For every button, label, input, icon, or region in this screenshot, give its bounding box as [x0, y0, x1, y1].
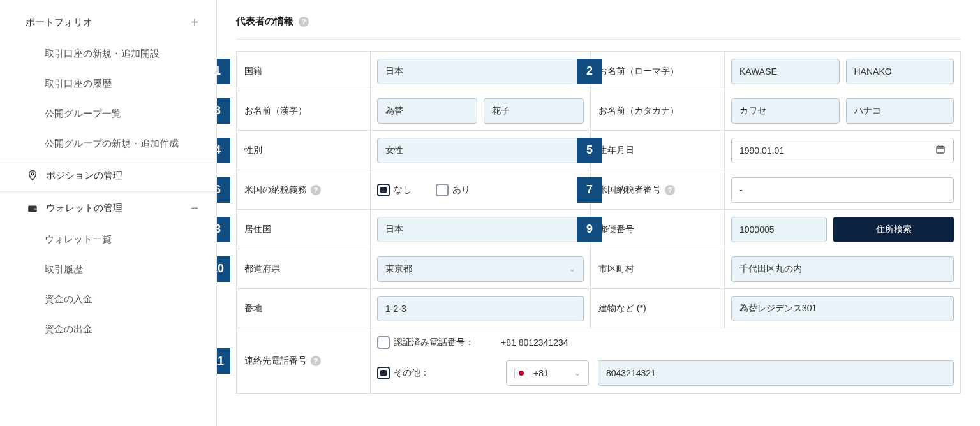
building-input[interactable]	[731, 296, 954, 321]
input-building-wrap	[725, 289, 960, 328]
sidebar-public-groups[interactable]: 公開グループ一覧	[0, 99, 216, 129]
row-gender-birth: 4 性別 女性 5 生年月日 1990.01.01	[237, 130, 960, 170]
row-street-building: 番地 建物など (*)	[237, 288, 960, 328]
postal-input[interactable]	[731, 217, 827, 242]
step-badge-9: 9	[577, 217, 602, 242]
row-pref-city: 10 都道府県 東京都 ⌄ 市区町村	[237, 249, 960, 288]
step-badge-5: 5	[577, 138, 602, 163]
sidebar-deposit[interactable]: 資金の入金	[0, 284, 216, 314]
label-nationality: 1 国籍	[237, 52, 371, 91]
main-content: 代表者の情報 ? 1 国籍 2 お名前（ローマ字） 3	[217, 0, 980, 426]
label-text: 国籍	[244, 66, 262, 77]
row-residence-postal: 8 居住国 9 郵便番号 住所検索	[237, 209, 960, 249]
sidebar-item-label: 公開グループ一覧	[45, 108, 121, 120]
address-search-button[interactable]: 住所検索	[833, 217, 954, 242]
phone-block: 認証済み電話番号： +81 8012341234 その他： +81 ⌄	[371, 328, 960, 393]
checkbox-empty-icon[interactable]	[377, 336, 390, 349]
help-icon[interactable]: ?	[665, 185, 675, 195]
phone-country-select[interactable]: +81 ⌄	[506, 360, 589, 386]
step-badge-2: 2	[577, 59, 602, 84]
sidebar-tx-history[interactable]: 取引履歴	[0, 254, 216, 284]
city-input[interactable]	[731, 256, 954, 282]
phone-verified-value: +81 8012341234	[501, 337, 568, 348]
birth-value: 1990.01.01	[739, 145, 784, 156]
name-kanji-last-input[interactable]	[377, 98, 477, 124]
checkbox-checked-icon[interactable]	[377, 367, 390, 379]
step-badge-10: 10	[217, 256, 230, 282]
section-title-text: 代表者の情報	[236, 15, 293, 27]
name-kanji-first-input[interactable]	[484, 98, 584, 124]
label-name-kanji: 3 お名前（漢字）	[237, 91, 371, 130]
sidebar-open-account[interactable]: 取引口座の新規・追加開設	[0, 39, 216, 69]
section-title: 代表者の情報 ?	[236, 13, 961, 40]
sidebar-item-label: 取引口座の履歴	[45, 78, 112, 90]
label-name-roman: 2 お名前（ローマ字）	[591, 52, 725, 91]
help-icon[interactable]: ?	[299, 17, 309, 27]
step-badge-3: 3	[217, 98, 230, 124]
svg-rect-2	[34, 208, 37, 210]
name-roman-last-input[interactable]	[731, 59, 840, 84]
label-phone: 11 連絡先電話番号 ?	[237, 328, 371, 393]
street-input[interactable]	[377, 296, 584, 321]
svg-point-0	[31, 173, 34, 175]
input-ustax-wrap: なし あり	[371, 170, 591, 209]
checkbox-empty-icon[interactable]	[436, 184, 449, 196]
label-text: 米国納税者番号	[598, 184, 661, 196]
input-residence-wrap	[371, 210, 591, 249]
label-building: 建物など (*)	[591, 289, 725, 328]
expand-icon[interactable]: +	[191, 15, 198, 30]
label-text: 生年月日	[598, 145, 634, 156]
pin-icon	[26, 168, 40, 182]
option-label: なし	[394, 184, 412, 196]
prefecture-select[interactable]: 東京都 ⌄	[377, 256, 584, 282]
ustax-yes-option[interactable]: あり	[436, 184, 470, 196]
sidebar-create-group[interactable]: 公開グループの新規・追加作成	[0, 129, 216, 159]
label-text: 米国の納税義務	[244, 184, 307, 196]
label-text: 建物など (*)	[598, 303, 646, 314]
label-postal: 9 郵便番号	[591, 210, 725, 249]
sidebar-item-label: 取引履歴	[45, 263, 83, 275]
sidebar-wallet-list[interactable]: ウォレット一覧	[0, 224, 216, 254]
checkbox-checked-icon[interactable]	[377, 184, 390, 196]
sidebar-account-history[interactable]: 取引口座の履歴	[0, 69, 216, 99]
row-nationality-roman: 1 国籍 2 お名前（ローマ字）	[237, 51, 960, 91]
label-residence: 8 居住国	[237, 210, 371, 249]
flag-jp-icon	[514, 369, 528, 378]
input-birth-wrap: 1990.01.01	[725, 131, 960, 170]
ustin-value: -	[739, 185, 743, 195]
phone-verified-label: 認証済み電話番号：	[394, 337, 474, 348]
step-badge-4: 4	[217, 138, 230, 163]
ustin-input[interactable]: -	[731, 177, 954, 203]
help-icon[interactable]: ?	[311, 185, 321, 195]
nationality-input[interactable]	[377, 59, 584, 84]
label-city: 市区町村	[591, 249, 725, 288]
sidebar-position-management[interactable]: ポジションの管理	[0, 159, 216, 191]
label-name-kana: お名前（カタカナ）	[591, 91, 725, 130]
sidebar-wallet-management[interactable]: ウォレットの管理 −	[0, 191, 216, 224]
gender-input[interactable]: 女性	[377, 138, 584, 163]
phone-other-input[interactable]	[598, 360, 954, 386]
phone-verified-option[interactable]: 認証済み電話番号：	[377, 336, 474, 349]
calendar-icon[interactable]	[935, 144, 946, 157]
label-birth: 5 生年月日	[591, 131, 725, 170]
name-kana-last-input[interactable]	[731, 98, 840, 124]
input-prefecture-wrap: 東京都 ⌄	[371, 249, 591, 288]
label-text: お名前（カタカナ）	[598, 105, 679, 117]
name-kana-first-input[interactable]	[846, 98, 954, 124]
chevron-down-icon: ⌄	[574, 369, 581, 378]
birth-date-input[interactable]: 1990.01.01	[731, 138, 954, 163]
sidebar-item-label: 資金の出金	[45, 323, 93, 335]
phone-other-option[interactable]: その他：	[377, 367, 479, 379]
residence-input[interactable]	[377, 217, 584, 242]
label-street: 番地	[237, 289, 371, 328]
label-text: 都道府県	[244, 263, 280, 275]
gender-value: 女性	[385, 145, 403, 156]
wallet-icon	[26, 202, 40, 216]
sidebar-item-label: 資金の入金	[45, 293, 93, 305]
sidebar-portfolio[interactable]: ポートフォリオ +	[0, 6, 216, 39]
name-roman-first-input[interactable]	[846, 59, 954, 84]
ustax-no-option[interactable]: なし	[377, 184, 412, 196]
collapse-icon[interactable]: −	[191, 201, 198, 216]
help-icon[interactable]: ?	[311, 356, 321, 366]
sidebar-withdraw[interactable]: 資金の出金	[0, 314, 216, 344]
